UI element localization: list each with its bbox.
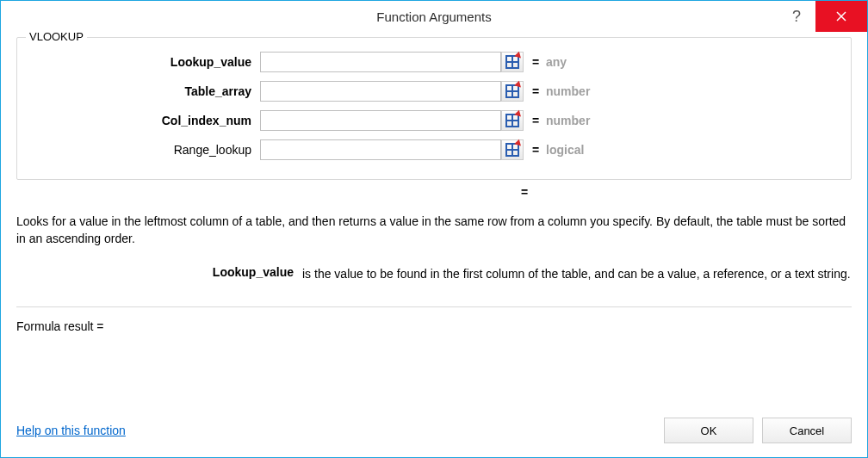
arg-input-col-index-num[interactable]	[260, 110, 501, 131]
arg-input-table-array[interactable]	[260, 81, 501, 102]
titlebar[interactable]: Function Arguments ?	[1, 1, 867, 32]
help-link[interactable]: Help on this function	[16, 424, 126, 437]
function-arguments-dialog: Function Arguments ? VLOOKUP Lookup_valu…	[0, 0, 868, 458]
result-preview-value	[535, 185, 852, 199]
arg-label-col-index-num: Col_index_num	[36, 114, 260, 127]
window-title: Function Arguments	[1, 9, 867, 24]
collapse-button-table-array[interactable]	[501, 81, 524, 102]
current-arg-description: is the value to be found in the first co…	[302, 265, 852, 282]
arg-hint-range-lookup: logical	[546, 143, 832, 157]
help-icon[interactable]: ?	[778, 1, 815, 32]
arg-hint-col-index-num: number	[546, 114, 832, 127]
arg-label-lookup-value: Lookup_value	[36, 55, 260, 69]
cancel-button[interactable]: Cancel	[762, 418, 852, 443]
range-select-icon	[505, 84, 519, 98]
range-select-icon	[505, 55, 519, 69]
arg-input-range-lookup[interactable]	[260, 139, 501, 160]
collapse-button-col-index-num[interactable]	[501, 110, 524, 131]
range-select-icon	[505, 143, 519, 157]
equals-sign: =	[525, 114, 546, 127]
arg-label-range-lookup: Range_lookup	[36, 143, 260, 157]
arg-label-table-array: Table_array	[36, 84, 260, 98]
formula-result-row: Formula result =	[16, 319, 852, 333]
close-icon	[835, 10, 847, 22]
close-button[interactable]	[815, 1, 867, 32]
result-preview-row: =	[16, 180, 852, 207]
equals-sign: =	[525, 55, 546, 69]
collapse-button-lookup-value[interactable]	[501, 52, 524, 72]
divider	[16, 306, 852, 307]
equals-sign: =	[525, 84, 546, 98]
equals-sign: =	[514, 185, 535, 199]
ok-button[interactable]: OK	[664, 418, 753, 443]
equals-sign: =	[525, 143, 546, 157]
range-select-icon	[505, 114, 519, 127]
collapse-button-range-lookup[interactable]	[501, 139, 524, 160]
arguments-group: VLOOKUP Lookup_value = any Table_array =…	[16, 37, 852, 180]
arg-input-lookup-value[interactable]	[260, 52, 501, 72]
function-name-label: VLOOKUP	[26, 30, 87, 43]
arg-hint-lookup-value: any	[546, 55, 832, 69]
function-description: Looks for a value in the leftmost column…	[16, 213, 852, 248]
arg-hint-table-array: number	[546, 84, 832, 98]
formula-result-label: Formula result =	[16, 319, 104, 333]
current-arg-label: Lookup_value	[16, 265, 294, 282]
